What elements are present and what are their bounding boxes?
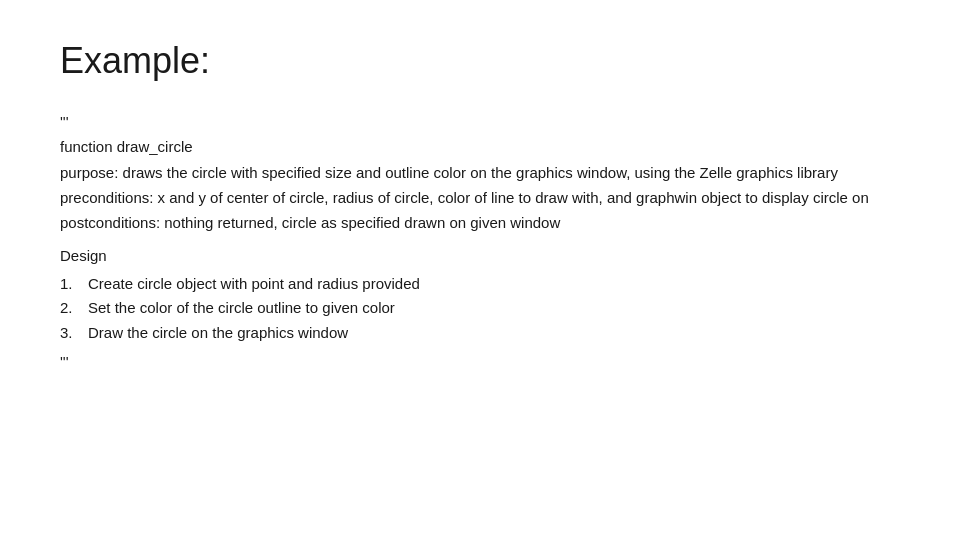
list-num-2: 2. bbox=[60, 296, 82, 321]
list-text-3: Draw the circle on the graphics window bbox=[88, 321, 348, 346]
list-item: 3. Draw the circle on the graphics windo… bbox=[60, 321, 900, 346]
close-quote-line: ''' bbox=[60, 350, 900, 373]
list-num-3: 3. bbox=[60, 321, 82, 346]
function-line: function draw_circle bbox=[60, 135, 900, 158]
list-text-2: Set the color of the circle outline to g… bbox=[88, 296, 395, 321]
page-title: Example: bbox=[60, 40, 900, 82]
preconditions-line: preconditions: x and y of center of circ… bbox=[60, 186, 900, 209]
list-item: 2. Set the color of the circle outline t… bbox=[60, 296, 900, 321]
list-num-1: 1. bbox=[60, 272, 82, 297]
list-item: 1. Create circle object with point and r… bbox=[60, 272, 900, 297]
design-list: 1. Create circle object with point and r… bbox=[60, 272, 900, 346]
purpose-line: purpose: draws the circle with specified… bbox=[60, 161, 900, 184]
design-label: Design bbox=[60, 244, 900, 267]
list-text-1: Create circle object with point and radi… bbox=[88, 272, 420, 297]
content-block: ''' function draw_circle purpose: draws … bbox=[60, 110, 900, 373]
design-section: Design 1. Create circle object with poin… bbox=[60, 244, 900, 346]
postconditions-line: postconditions: nothing returned, circle… bbox=[60, 211, 900, 234]
page-container: Example: ''' function draw_circle purpos… bbox=[0, 0, 960, 540]
open-quote-line: ''' bbox=[60, 110, 900, 133]
